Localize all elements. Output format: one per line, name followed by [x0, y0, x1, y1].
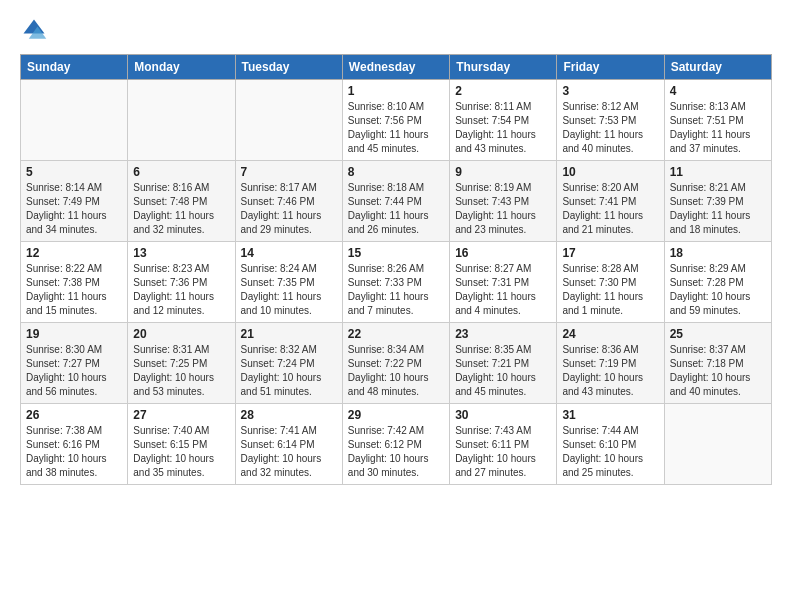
calendar-cell: 2Sunrise: 8:11 AM Sunset: 7:54 PM Daylig… — [450, 80, 557, 161]
day-content: Sunrise: 7:40 AM Sunset: 6:15 PM Dayligh… — [133, 424, 229, 480]
calendar-cell: 27Sunrise: 7:40 AM Sunset: 6:15 PM Dayli… — [128, 404, 235, 485]
calendar-cell: 15Sunrise: 8:26 AM Sunset: 7:33 PM Dayli… — [342, 242, 449, 323]
day-number: 25 — [670, 327, 766, 341]
day-number: 5 — [26, 165, 122, 179]
logo — [20, 16, 52, 44]
calendar-cell: 5Sunrise: 8:14 AM Sunset: 7:49 PM Daylig… — [21, 161, 128, 242]
day-number: 6 — [133, 165, 229, 179]
day-number: 14 — [241, 246, 337, 260]
header — [20, 16, 772, 44]
day-number: 3 — [562, 84, 658, 98]
day-number: 20 — [133, 327, 229, 341]
day-number: 11 — [670, 165, 766, 179]
day-content: Sunrise: 8:11 AM Sunset: 7:54 PM Dayligh… — [455, 100, 551, 156]
day-content: Sunrise: 8:24 AM Sunset: 7:35 PM Dayligh… — [241, 262, 337, 318]
calendar-cell: 19Sunrise: 8:30 AM Sunset: 7:27 PM Dayli… — [21, 323, 128, 404]
calendar-week-row: 19Sunrise: 8:30 AM Sunset: 7:27 PM Dayli… — [21, 323, 772, 404]
day-content: Sunrise: 8:31 AM Sunset: 7:25 PM Dayligh… — [133, 343, 229, 399]
calendar-cell: 20Sunrise: 8:31 AM Sunset: 7:25 PM Dayli… — [128, 323, 235, 404]
calendar-cell: 11Sunrise: 8:21 AM Sunset: 7:39 PM Dayli… — [664, 161, 771, 242]
calendar-cell: 6Sunrise: 8:16 AM Sunset: 7:48 PM Daylig… — [128, 161, 235, 242]
day-content: Sunrise: 8:17 AM Sunset: 7:46 PM Dayligh… — [241, 181, 337, 237]
calendar-header-sunday: Sunday — [21, 55, 128, 80]
day-number: 27 — [133, 408, 229, 422]
calendar-cell: 17Sunrise: 8:28 AM Sunset: 7:30 PM Dayli… — [557, 242, 664, 323]
day-number: 13 — [133, 246, 229, 260]
calendar-cell: 9Sunrise: 8:19 AM Sunset: 7:43 PM Daylig… — [450, 161, 557, 242]
calendar-cell: 7Sunrise: 8:17 AM Sunset: 7:46 PM Daylig… — [235, 161, 342, 242]
day-content: Sunrise: 7:38 AM Sunset: 6:16 PM Dayligh… — [26, 424, 122, 480]
calendar-cell — [128, 80, 235, 161]
logo-icon — [20, 16, 48, 44]
calendar-header-tuesday: Tuesday — [235, 55, 342, 80]
calendar-header-row: SundayMondayTuesdayWednesdayThursdayFrid… — [21, 55, 772, 80]
day-content: Sunrise: 8:16 AM Sunset: 7:48 PM Dayligh… — [133, 181, 229, 237]
calendar-week-row: 1Sunrise: 8:10 AM Sunset: 7:56 PM Daylig… — [21, 80, 772, 161]
day-content: Sunrise: 7:42 AM Sunset: 6:12 PM Dayligh… — [348, 424, 444, 480]
day-content: Sunrise: 8:14 AM Sunset: 7:49 PM Dayligh… — [26, 181, 122, 237]
day-number: 21 — [241, 327, 337, 341]
calendar-cell — [664, 404, 771, 485]
day-content: Sunrise: 8:36 AM Sunset: 7:19 PM Dayligh… — [562, 343, 658, 399]
day-number: 31 — [562, 408, 658, 422]
day-number: 12 — [26, 246, 122, 260]
calendar-cell: 3Sunrise: 8:12 AM Sunset: 7:53 PM Daylig… — [557, 80, 664, 161]
day-content: Sunrise: 8:30 AM Sunset: 7:27 PM Dayligh… — [26, 343, 122, 399]
day-content: Sunrise: 8:26 AM Sunset: 7:33 PM Dayligh… — [348, 262, 444, 318]
day-content: Sunrise: 8:27 AM Sunset: 7:31 PM Dayligh… — [455, 262, 551, 318]
calendar-cell: 31Sunrise: 7:44 AM Sunset: 6:10 PM Dayli… — [557, 404, 664, 485]
calendar-cell: 30Sunrise: 7:43 AM Sunset: 6:11 PM Dayli… — [450, 404, 557, 485]
day-content: Sunrise: 8:37 AM Sunset: 7:18 PM Dayligh… — [670, 343, 766, 399]
calendar-cell: 26Sunrise: 7:38 AM Sunset: 6:16 PM Dayli… — [21, 404, 128, 485]
calendar-cell: 21Sunrise: 8:32 AM Sunset: 7:24 PM Dayli… — [235, 323, 342, 404]
calendar-cell — [235, 80, 342, 161]
calendar-cell: 1Sunrise: 8:10 AM Sunset: 7:56 PM Daylig… — [342, 80, 449, 161]
calendar-cell: 8Sunrise: 8:18 AM Sunset: 7:44 PM Daylig… — [342, 161, 449, 242]
day-number: 4 — [670, 84, 766, 98]
calendar-cell: 22Sunrise: 8:34 AM Sunset: 7:22 PM Dayli… — [342, 323, 449, 404]
day-number: 9 — [455, 165, 551, 179]
day-number: 23 — [455, 327, 551, 341]
day-number: 29 — [348, 408, 444, 422]
day-content: Sunrise: 8:29 AM Sunset: 7:28 PM Dayligh… — [670, 262, 766, 318]
calendar-cell: 16Sunrise: 8:27 AM Sunset: 7:31 PM Dayli… — [450, 242, 557, 323]
day-number: 10 — [562, 165, 658, 179]
day-number: 2 — [455, 84, 551, 98]
calendar-week-row: 12Sunrise: 8:22 AM Sunset: 7:38 PM Dayli… — [21, 242, 772, 323]
day-number: 7 — [241, 165, 337, 179]
day-number: 16 — [455, 246, 551, 260]
day-content: Sunrise: 8:35 AM Sunset: 7:21 PM Dayligh… — [455, 343, 551, 399]
calendar-week-row: 5Sunrise: 8:14 AM Sunset: 7:49 PM Daylig… — [21, 161, 772, 242]
day-number: 17 — [562, 246, 658, 260]
day-number: 8 — [348, 165, 444, 179]
page: SundayMondayTuesdayWednesdayThursdayFrid… — [0, 0, 792, 612]
calendar-cell: 14Sunrise: 8:24 AM Sunset: 7:35 PM Dayli… — [235, 242, 342, 323]
day-number: 26 — [26, 408, 122, 422]
day-content: Sunrise: 8:18 AM Sunset: 7:44 PM Dayligh… — [348, 181, 444, 237]
calendar-cell — [21, 80, 128, 161]
day-content: Sunrise: 8:32 AM Sunset: 7:24 PM Dayligh… — [241, 343, 337, 399]
day-number: 28 — [241, 408, 337, 422]
day-content: Sunrise: 8:22 AM Sunset: 7:38 PM Dayligh… — [26, 262, 122, 318]
calendar-week-row: 26Sunrise: 7:38 AM Sunset: 6:16 PM Dayli… — [21, 404, 772, 485]
calendar-header-wednesday: Wednesday — [342, 55, 449, 80]
calendar-header-friday: Friday — [557, 55, 664, 80]
day-number: 15 — [348, 246, 444, 260]
day-content: Sunrise: 8:12 AM Sunset: 7:53 PM Dayligh… — [562, 100, 658, 156]
calendar-cell: 13Sunrise: 8:23 AM Sunset: 7:36 PM Dayli… — [128, 242, 235, 323]
calendar-cell: 18Sunrise: 8:29 AM Sunset: 7:28 PM Dayli… — [664, 242, 771, 323]
day-content: Sunrise: 8:21 AM Sunset: 7:39 PM Dayligh… — [670, 181, 766, 237]
day-content: Sunrise: 7:43 AM Sunset: 6:11 PM Dayligh… — [455, 424, 551, 480]
calendar-cell: 23Sunrise: 8:35 AM Sunset: 7:21 PM Dayli… — [450, 323, 557, 404]
calendar-cell: 12Sunrise: 8:22 AM Sunset: 7:38 PM Dayli… — [21, 242, 128, 323]
calendar-cell: 10Sunrise: 8:20 AM Sunset: 7:41 PM Dayli… — [557, 161, 664, 242]
calendar-cell: 24Sunrise: 8:36 AM Sunset: 7:19 PM Dayli… — [557, 323, 664, 404]
day-content: Sunrise: 8:28 AM Sunset: 7:30 PM Dayligh… — [562, 262, 658, 318]
day-content: Sunrise: 8:13 AM Sunset: 7:51 PM Dayligh… — [670, 100, 766, 156]
day-content: Sunrise: 8:20 AM Sunset: 7:41 PM Dayligh… — [562, 181, 658, 237]
day-content: Sunrise: 8:23 AM Sunset: 7:36 PM Dayligh… — [133, 262, 229, 318]
calendar-table: SundayMondayTuesdayWednesdayThursdayFrid… — [20, 54, 772, 485]
day-content: Sunrise: 7:41 AM Sunset: 6:14 PM Dayligh… — [241, 424, 337, 480]
calendar-cell: 29Sunrise: 7:42 AM Sunset: 6:12 PM Dayli… — [342, 404, 449, 485]
day-number: 19 — [26, 327, 122, 341]
